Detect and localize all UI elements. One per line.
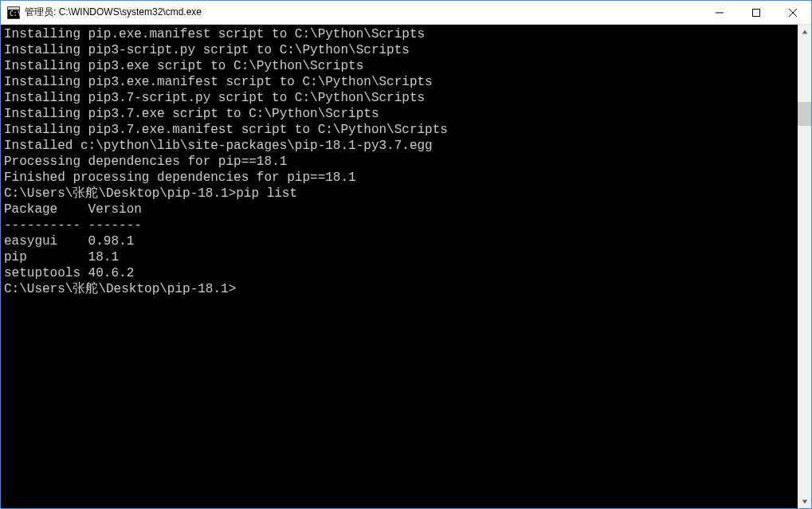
console-wrapper: Installing pip.exe.manifest script to C:… bbox=[1, 25, 811, 508]
svg-marker-8 bbox=[802, 499, 806, 503]
console-line: Installing pip3-script.py script to C:\P… bbox=[4, 42, 798, 58]
console-line: Finished processing dependencies for pip… bbox=[4, 170, 798, 186]
scrollbar-up-arrow-icon[interactable] bbox=[798, 25, 811, 38]
window-titlebar: C:\ 管理员: C:\WINDOWS\system32\cmd.exe bbox=[1, 1, 811, 25]
console-line: Processing dependencies for pip==18.1 bbox=[4, 154, 798, 170]
maximize-button[interactable] bbox=[738, 1, 775, 24]
console-line: setuptools 40.6.2 bbox=[4, 265, 798, 281]
svg-marker-7 bbox=[802, 29, 806, 33]
cmd-icon: C:\ bbox=[7, 6, 20, 19]
scrollbar-down-arrow-icon[interactable] bbox=[798, 495, 811, 508]
console-output[interactable]: Installing pip.exe.manifest script to C:… bbox=[1, 25, 798, 508]
console-line: Installing pip3.7.exe script to C:\Pytho… bbox=[4, 106, 798, 122]
console-line: Installing pip3.exe.manifest script to C… bbox=[4, 74, 798, 90]
console-line: Installing pip3.exe script to C:\Python\… bbox=[4, 58, 798, 74]
console-line: C:\Users\张舵\Desktop\pip-18.1> bbox=[4, 281, 798, 297]
svg-text:C:\: C:\ bbox=[10, 10, 20, 18]
console-line: Package Version bbox=[4, 202, 798, 217]
console-line: ---------- ------- bbox=[4, 217, 798, 233]
console-line: Installing pip.exe.manifest script to C:… bbox=[4, 26, 798, 42]
console-line: Installing pip3.7.exe.manifest script to… bbox=[4, 122, 798, 138]
console-line: easygui 0.98.1 bbox=[4, 233, 798, 249]
minimize-button[interactable] bbox=[701, 1, 738, 24]
window-controls bbox=[701, 1, 811, 24]
svg-rect-1 bbox=[8, 7, 19, 10]
vertical-scrollbar[interactable] bbox=[798, 25, 811, 508]
console-line: C:\Users\张舵\Desktop\pip-18.1>pip list bbox=[4, 186, 798, 202]
svg-rect-4 bbox=[753, 9, 760, 16]
console-line: Installing pip3.7-script.py script to C:… bbox=[4, 90, 798, 106]
console-line: pip 18.1 bbox=[4, 249, 798, 265]
close-button[interactable] bbox=[775, 1, 811, 24]
scrollbar-thumb[interactable] bbox=[798, 102, 811, 126]
scrollbar-track-area[interactable] bbox=[798, 38, 811, 495]
window-title: 管理员: C:\WINDOWS\system32\cmd.exe bbox=[25, 6, 701, 19]
console-line: Installed c:\python\lib\site-packages\pi… bbox=[4, 138, 798, 154]
